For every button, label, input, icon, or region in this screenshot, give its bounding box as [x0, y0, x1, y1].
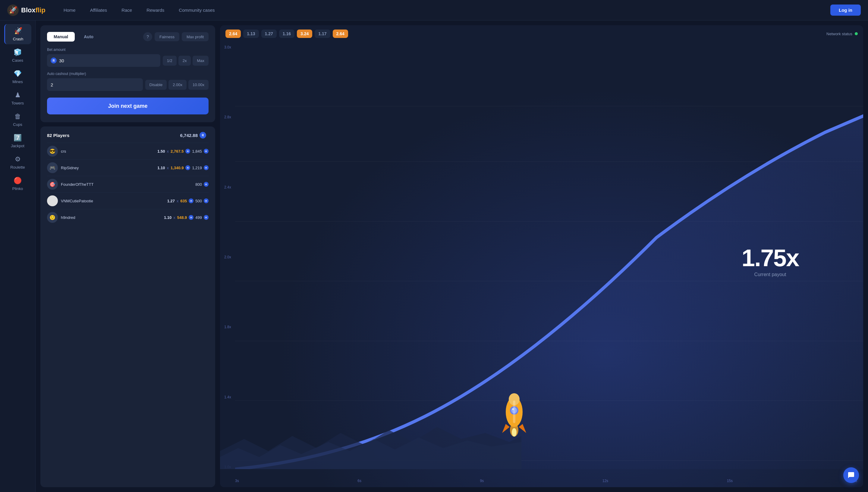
btn-disable[interactable]: Disable [145, 80, 167, 90]
logo-icon: 🚀 [7, 4, 19, 16]
x-label-3: 12s [603, 479, 608, 483]
network-status: Network status [826, 32, 858, 36]
mines-icon: 💎 [14, 70, 22, 78]
fairness-button[interactable]: Fairness [155, 32, 179, 41]
players-count: 82 Players [47, 133, 69, 138]
x-label-1: 6s [357, 479, 361, 483]
btn-1000x[interactable]: 10.00x [188, 80, 209, 90]
nav-affiliates[interactable]: Affiliates [84, 5, 113, 15]
navbar: 🚀 Bloxflip Home Affiliates Race Rewards … [0, 0, 868, 21]
nav-community-cases[interactable]: Community cases [173, 5, 220, 15]
sidebar-item-plinko[interactable]: 🔴 Plinko [4, 174, 31, 194]
plinko-icon: 🔴 [14, 177, 22, 184]
player-stats: 1.27 x 635 R 500 R [167, 198, 209, 203]
sidebar-item-cases[interactable]: 🧊 Cases [4, 46, 31, 66]
x-label-4: 15s [727, 479, 733, 483]
btn-200x[interactable]: 2.00x [168, 80, 187, 90]
robux-icon-small: R [185, 165, 190, 170]
sidebar-label-roulette: Roulette [10, 165, 25, 170]
tab-auto[interactable]: Auto [77, 32, 100, 42]
join-next-game-button[interactable]: Join next game [47, 98, 209, 115]
autocashout-input[interactable] [51, 82, 139, 87]
login-button[interactable]: Log in [830, 4, 861, 16]
nav-rewards[interactable]: Rewards [140, 5, 170, 15]
player-stats: 800 R [195, 182, 209, 187]
sidebar-item-towers[interactable]: ♟ Towers [4, 88, 31, 108]
table-row: 🙂 h9ndred 1.10 x 548.9 R 499 R [47, 209, 209, 225]
rocket [490, 391, 550, 451]
player-name: RipSidney [61, 166, 97, 170]
robux-icon-total: R [200, 132, 206, 139]
mult-badge-1[interactable]: 1.13 [243, 29, 259, 38]
btn-2x[interactable]: 2x [179, 56, 191, 66]
table-row: 🎯 FounderOfTheTTT 800 R [47, 176, 209, 192]
content-area: Manual Auto ? Fairness Max profit Bet am… [36, 21, 868, 492]
btn-max[interactable]: Max [193, 56, 209, 66]
bet-amount-row: R 1/2 2x Max [47, 54, 209, 67]
roulette-icon: ⚙ [15, 155, 21, 163]
svg-text:🚀: 🚀 [9, 6, 18, 14]
robux-icon-small: R [189, 198, 193, 203]
robux-icon-small: R [189, 215, 193, 220]
bet-tabs: Manual Auto ? Fairness Max profit [47, 32, 209, 42]
btn-half[interactable]: 1/2 [163, 56, 177, 66]
logo[interactable]: 🚀 Bloxflip [7, 4, 46, 16]
bet-quick-buttons: 1/2 2x Max [163, 56, 209, 66]
logo-text: Bloxflip [21, 6, 46, 14]
robux-icon-small: R [204, 198, 209, 203]
table-row: VNMCutiePatootie 1.27 x 635 R 500 R [47, 192, 209, 209]
max-profit-button[interactable]: Max profit [182, 32, 209, 41]
y-label-1: 2.8x [224, 115, 231, 119]
bet-amount-input[interactable] [59, 58, 157, 63]
network-status-label: Network status [826, 32, 852, 36]
mult-badge-4[interactable]: 3.24 [297, 29, 312, 38]
chart-area: 3.0x 2.8x 2.4x 2.0x 1.8x 1.4x 1.0x [220, 42, 863, 487]
sidebar-label-mines: Mines [13, 79, 23, 84]
mult-badge-0[interactable]: 2.64 [226, 29, 241, 38]
sidebar-item-mines[interactable]: 💎 Mines [4, 67, 31, 87]
robux-icon-small: R [204, 182, 209, 187]
sidebar-item-crash[interactable]: 🚀 Crash [4, 24, 31, 44]
mult-badge-6[interactable]: 2.64 [333, 29, 348, 38]
help-button[interactable]: ? [143, 32, 152, 41]
sidebar-item-cups[interactable]: 🗑 Cups [4, 109, 31, 130]
avatar: 🙂 [47, 212, 58, 223]
chat-icon [847, 471, 855, 479]
bet-tab-extras: ? Fairness Max profit [143, 32, 209, 41]
svg-point-8 [512, 428, 517, 437]
mountains-decoration [220, 421, 521, 469]
chat-button[interactable] [843, 467, 859, 483]
x-axis-labels: 3s 6s 9s 12s 15s 18s [235, 479, 857, 483]
sidebar: 🚀 Crash 🧊 Cases 💎 Mines ♟ Towers 🗑 Cups … [0, 21, 36, 492]
jackpot-icon: 7️⃣ [14, 134, 22, 142]
mult-badge-3[interactable]: 1.16 [279, 29, 295, 38]
player-stats: 1.50 x 2,767.5 R 1,845 R [157, 149, 209, 153]
autocashout-row: Disable 2.00x 10.00x [47, 78, 209, 91]
player-name: VNMCutiePatootie [61, 199, 97, 203]
players-panel: 82 Players 6,742.88 R 😎 crs 1.50 x 2,767… [40, 126, 215, 487]
status-dot [855, 32, 858, 35]
nav-links: Home Affiliates Race Rewards Community c… [57, 5, 830, 15]
y-label-3: 2.0x [224, 255, 231, 259]
nav-race[interactable]: Race [115, 5, 138, 15]
y-label-0: 3.0x [224, 45, 231, 49]
players-total: 6,742.88 R [180, 132, 209, 139]
x-label-2: 9s [480, 479, 484, 483]
cups-icon: 🗑 [15, 113, 21, 120]
bet-input-wrapper: R [47, 54, 160, 67]
sidebar-item-roulette[interactable]: ⚙ Roulette [4, 152, 31, 173]
table-row: 🎮 RipSidney 1.10 x 1,340.9 R 1,219 R [47, 159, 209, 176]
robux-icon-small: R [204, 215, 209, 220]
sidebar-item-jackpot[interactable]: 7️⃣ Jackpot [4, 131, 31, 151]
svg-rect-9 [513, 400, 515, 423]
current-payout-value: 1.75x [742, 246, 799, 270]
tab-manual[interactable]: Manual [47, 32, 75, 42]
players-header: 82 Players 6,742.88 R [47, 132, 209, 139]
sidebar-label-jackpot: Jackpot [11, 144, 24, 148]
bet-panel: Manual Auto ? Fairness Max profit Bet am… [40, 25, 215, 122]
avatar [47, 195, 58, 206]
nav-home[interactable]: Home [57, 5, 82, 15]
payout-display: 1.75x Current payout [742, 246, 799, 277]
mult-badge-2[interactable]: 1.27 [261, 29, 277, 38]
mult-badge-5[interactable]: 1.17 [315, 29, 330, 38]
